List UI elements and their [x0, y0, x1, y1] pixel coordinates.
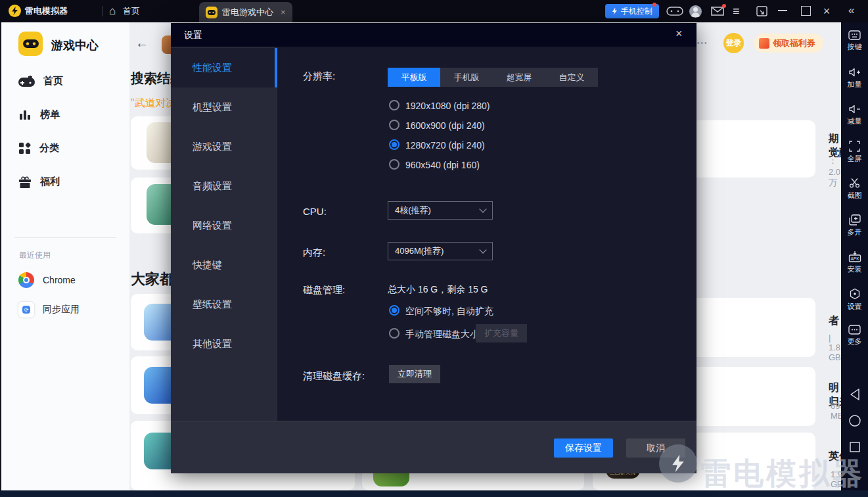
memory-value: 4096M(推荐): [395, 245, 444, 257]
volume-up-icon: [848, 67, 861, 78]
close-button[interactable]: ×: [819, 0, 834, 22]
title-bar: 雷电模拟器 ⌂ 首页 雷电游戏中心 × 手机控制 ≡: [0, 0, 868, 22]
mail-icon[interactable]: [711, 7, 724, 16]
lightning-icon: [612, 7, 618, 15]
android-back-button[interactable]: [849, 381, 861, 408]
coupon-button[interactable]: 领取福利券: [754, 34, 823, 53]
res-tab-custom[interactable]: 自定义: [545, 68, 598, 87]
sidebar-item-benefits[interactable]: 福利: [18, 176, 60, 188]
toolbar-label: 加量: [848, 80, 862, 89]
recent-app-chrome[interactable]: Chrome: [18, 272, 76, 288]
chevron-down-icon: [479, 205, 486, 212]
sync-app-icon: ⟳: [18, 302, 34, 318]
settings-dialog: 设置 × 性能设置 机型设置 游戏设置 音频设置 网络设置 快捷键 壁纸设置 其…: [171, 23, 697, 473]
radio-960x540[interactable]: [389, 159, 400, 170]
recent-app-label: 同步应用: [43, 304, 80, 316]
nav-network[interactable]: 网络设置: [171, 206, 277, 245]
toolbar-screenshot[interactable]: 截图: [848, 178, 862, 214]
nav-device-model[interactable]: 机型设置: [171, 87, 277, 127]
tab-close-icon[interactable]: ×: [281, 7, 286, 17]
nav-other[interactable]: 其他设置: [171, 324, 277, 364]
sidebar-divider: [14, 237, 116, 238]
home-tab[interactable]: 首页: [123, 0, 140, 22]
apk-install-icon: APK: [848, 251, 861, 262]
collapse-toolbar-icon[interactable]: «: [848, 0, 854, 21]
sidebar-item-home[interactable]: 首页: [18, 75, 63, 87]
recent-app-label: Chrome: [43, 275, 76, 285]
recent-app-sync[interactable]: ⟳ 同步应用: [18, 302, 80, 318]
res-tab-phone[interactable]: 手机版: [440, 68, 493, 87]
nav-audio[interactable]: 音频设置: [171, 166, 277, 206]
toolbar-settings[interactable]: 设置: [848, 288, 862, 325]
maximize-button[interactable]: [801, 6, 811, 16]
res-tab-ultrawide[interactable]: 超宽屏: [493, 68, 545, 87]
android-home-button[interactable]: [848, 408, 861, 434]
toolbar-label: 按键: [848, 42, 862, 52]
save-settings-button[interactable]: 保存设置: [554, 438, 613, 458]
svg-text:APK: APK: [850, 256, 859, 261]
login-button[interactable]: 登录: [723, 33, 744, 53]
expand-capacity-button[interactable]: 扩充容量: [476, 324, 527, 343]
dialog-title: 设置: [184, 30, 202, 41]
toolbar-install-apk[interactable]: APK 安装: [848, 251, 862, 288]
res-tab-tablet[interactable]: 平板版: [388, 68, 440, 87]
radio-auto-expand[interactable]: [389, 305, 400, 316]
window-bottom-edge: [0, 490, 868, 497]
sidebar-item-rankings[interactable]: 榜单: [18, 108, 60, 121]
gift-icon: [18, 176, 32, 188]
android-recents-button[interactable]: [849, 434, 861, 460]
topbar-divider: [103, 6, 103, 16]
dialog-close-icon[interactable]: ×: [675, 27, 683, 41]
clean-cache-label: 清理磁盘缓存:: [303, 370, 365, 383]
toolbar-fullscreen[interactable]: 全屏: [848, 141, 862, 178]
back-icon[interactable]: ←: [135, 36, 148, 51]
recent-apps-label: 最近使用: [19, 250, 51, 261]
clean-now-button[interactable]: 立即清理: [389, 365, 440, 383]
memory-label: 内存:: [303, 247, 325, 259]
radio-label: 空间不够时, 自动扩充: [405, 306, 493, 318]
tab-game-center[interactable]: 雷电游戏中心 ×: [199, 2, 292, 22]
keyboard-icon: [848, 30, 861, 40]
toolbar-multi-instance[interactable]: 多开: [848, 214, 862, 251]
nav-shortcuts[interactable]: 快捷键: [171, 245, 277, 285]
more-options-icon[interactable]: •••: [697, 39, 708, 47]
resolution-tabs: 平板版 手机版 超宽屏 自定义: [388, 68, 598, 87]
menu-icon[interactable]: ≡: [733, 0, 740, 22]
radio-label: 1920x1080 (dpi 280): [405, 101, 490, 111]
grid-icon: [18, 142, 31, 154]
toolbar-keymapping[interactable]: 按键: [848, 30, 862, 67]
more-icon: [848, 325, 861, 335]
account-icon[interactable]: [689, 5, 702, 18]
sidebar-item-categories[interactable]: 分类: [18, 142, 59, 154]
chrome-icon: [18, 272, 34, 288]
gamepad-icon[interactable]: [666, 6, 683, 16]
game-meta: ： 2.0万: [829, 155, 840, 189]
cancel-button[interactable]: 取消: [626, 438, 685, 458]
toolbar-label: 截图: [848, 191, 862, 201]
scissors-icon: [849, 178, 861, 189]
gamepad-icon: [18, 76, 35, 87]
fullscreen-icon: [849, 141, 860, 152]
toolbar-volume-down[interactable]: 减量: [848, 104, 862, 141]
nav-wallpaper[interactable]: 壁纸设置: [171, 285, 277, 324]
coupon-label: 领取福利券: [773, 37, 815, 49]
sidebar-item-label: 福利: [40, 176, 60, 188]
radio-1280x720[interactable]: [389, 139, 400, 150]
multi-instance-icon: [849, 214, 861, 225]
nav-game-settings[interactable]: 游戏设置: [171, 127, 277, 166]
toolbar-volume-up[interactable]: 加量: [848, 67, 862, 104]
phone-control-button[interactable]: 手机控制: [605, 4, 659, 18]
radio-manual-disk[interactable]: [389, 328, 400, 339]
radio-1600x900[interactable]: [389, 120, 400, 130]
cpu-select[interactable]: 4核(推荐): [388, 201, 493, 220]
nav-performance[interactable]: 性能设置: [171, 48, 277, 87]
toolbar-more[interactable]: 更多: [848, 325, 862, 362]
game-center-logo-icon[interactable]: [18, 32, 43, 56]
home-icon[interactable]: ⌂: [109, 0, 116, 22]
memory-select[interactable]: 4096M(推荐): [388, 242, 493, 260]
disk-label: 磁盘管理:: [303, 284, 345, 296]
minimize-button[interactable]: [778, 10, 787, 11]
cpu-value: 4核(推荐): [395, 204, 431, 216]
radio-1920x1080[interactable]: [389, 100, 400, 110]
shrink-window-icon[interactable]: [756, 6, 767, 16]
